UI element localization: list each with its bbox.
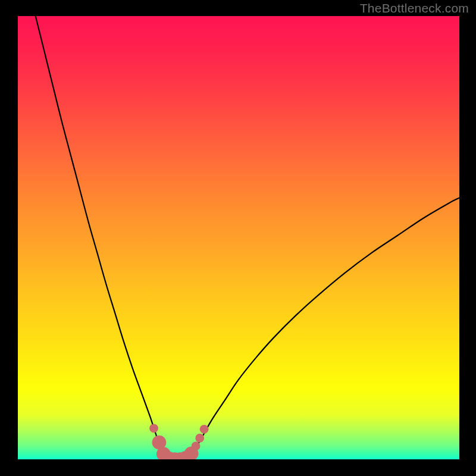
marker-dot (195, 434, 204, 443)
plot-area (18, 16, 459, 459)
marker-dot (149, 424, 158, 433)
curve-right-branch (190, 198, 459, 457)
marker-dot (200, 425, 209, 434)
outer-frame: TheBottleneck.com (0, 0, 476, 476)
chart-svg (18, 16, 459, 459)
marker-dot (192, 441, 201, 450)
curve-left-branch (36, 16, 164, 455)
watermark-text: TheBottleneck.com (360, 1, 469, 15)
